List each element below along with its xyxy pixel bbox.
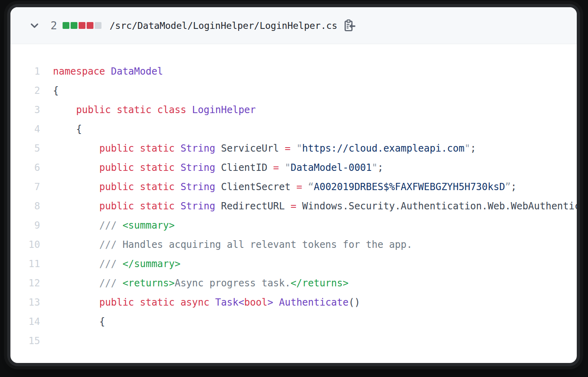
code-line: 8 public static String RedirectURL = Win… [10,197,577,216]
diff-block-removed [79,22,85,29]
code-text: /// Handles acquiring all relevant token… [53,239,412,250]
code-line: 1namespace DataModel [10,62,577,81]
chevron-down-icon [29,20,40,31]
code-line: 7 public static String ClientSecret = “A… [10,177,577,197]
line-number: 1 [10,66,40,77]
line-number: 15 [10,335,40,347]
code-text: public static String RedirectURL = Windo… [53,201,577,212]
code-line: 13 public static async Task<bool> Authen… [10,293,577,312]
code-line: 11 /// </summary> [10,254,577,274]
code-line: 10 /// Handles acquiring all relevant to… [10,235,577,254]
diff-block-added [71,22,77,29]
code-line: 14 { [10,312,577,331]
diff-block-neutral [95,22,101,29]
code-text: /// </summary> [53,258,180,270]
copy-button[interactable] [343,19,356,32]
diff-block-added [63,22,69,29]
line-number: 10 [10,239,40,250]
line-number: 12 [10,278,40,289]
code-line: 5 public static String ServiceUrl = "htt… [10,139,577,158]
code-text: public static class LoginHelper [53,104,256,116]
code-text: { [53,85,59,96]
code-text: { [53,124,82,135]
code-area: 1namespace DataModel2{3 public static cl… [10,44,577,351]
code-text: { [53,316,105,327]
line-number: 4 [10,124,40,135]
code-line: 12 /// <returns>Async progress task.</re… [10,274,577,293]
code-line: 6 public static String ClientID = "DataM… [10,158,577,177]
diff-block-removed [87,22,93,29]
file-header: 2 /src/DataModel/LoginHelper/LoginHelper… [10,7,577,44]
dark-frame: 2 /src/DataModel/LoginHelper/LoginHelper… [0,0,588,377]
line-number: 14 [10,316,40,327]
line-number: 11 [10,258,40,270]
code-text: /// <summary> [53,220,174,231]
code-viewer-card: 2 /src/DataModel/LoginHelper/LoginHelper… [10,7,577,363]
line-number: 8 [10,201,40,212]
collapse-button[interactable] [29,20,40,31]
file-path: /src/DataModel/LoginHelper/LoginHelper.c… [109,20,337,31]
code-text: public static String ServiceUrl = "https… [53,143,476,154]
clipboard-paste-icon [343,19,356,32]
code-line: 3 public static class LoginHelper [10,100,577,120]
code-line: 2{ [10,81,577,100]
code-line: 9 /// <summary> [10,216,577,235]
line-number: 5 [10,143,40,154]
line-number: 9 [10,220,40,231]
change-count: 2 [51,19,57,32]
code-text: public static String ClientSecret = “A00… [53,181,517,193]
diff-blocks [63,22,101,29]
code-text: /// <returns>Async progress task.</retur… [53,278,349,289]
line-number: 13 [10,297,40,308]
code-text: namespace DataModel [53,66,163,77]
line-number: 6 [10,162,40,173]
code-text: public static String ClientID = "DataMod… [53,162,383,173]
code-line: 15 [10,331,577,351]
code-line: 4 { [10,120,577,139]
code-lines: 1namespace DataModel2{3 public static cl… [10,62,577,351]
line-number: 3 [10,104,40,116]
line-number: 7 [10,181,40,193]
line-number: 2 [10,85,40,96]
code-text: public static async Task<bool> Authentic… [53,297,360,308]
